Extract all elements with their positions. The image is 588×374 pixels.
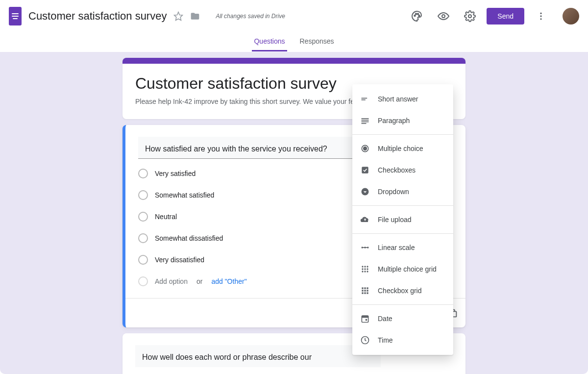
option-label[interactable]: Very satisfied [155, 170, 196, 177]
tabs: Questions Responses [0, 32, 588, 52]
svg-rect-47 [366, 319, 367, 321]
svg-rect-15 [362, 118, 369, 119]
question-title-input[interactable]: How well does each word or phrase descri… [135, 345, 381, 367]
forms-logo-icon[interactable] [9, 7, 22, 25]
checkbox-icon [360, 165, 370, 175]
grid-dots-icon [360, 264, 370, 274]
form-canvas: Customer satisfaction survey Please help… [0, 52, 588, 374]
palette-icon[interactable] [407, 6, 427, 26]
svg-point-9 [540, 18, 541, 20]
menu-divider [352, 205, 453, 206]
calendar-icon [360, 314, 370, 324]
svg-point-5 [442, 15, 445, 18]
radio-icon [138, 233, 148, 243]
svg-rect-13 [362, 98, 368, 99]
svg-point-34 [364, 271, 366, 272]
svg-rect-26 [362, 247, 368, 248]
add-option-button[interactable]: Add option [155, 277, 188, 285]
grid-squares-icon [360, 286, 370, 296]
svg-point-8 [540, 15, 541, 17]
settings-icon[interactable] [460, 6, 480, 26]
menu-divider [352, 304, 453, 305]
svg-point-20 [364, 147, 367, 150]
svg-point-29 [367, 266, 368, 267]
svg-point-35 [367, 271, 368, 272]
svg-rect-43 [364, 292, 366, 294]
svg-rect-14 [362, 100, 366, 100]
svg-point-30 [362, 268, 363, 270]
folder-icon[interactable] [190, 11, 200, 21]
avatar[interactable] [563, 8, 579, 25]
svg-rect-36 [362, 287, 363, 289]
more-icon[interactable] [531, 6, 551, 26]
radio-icon [138, 190, 148, 200]
radio-icon [138, 255, 148, 265]
svg-rect-44 [367, 292, 368, 294]
svg-rect-42 [362, 292, 363, 294]
svg-point-1 [415, 15, 416, 16]
radio-icon [360, 144, 370, 153]
dropdown-icon [360, 187, 370, 197]
svg-rect-21 [362, 167, 368, 173]
svg-marker-0 [174, 12, 183, 21]
radio-icon [138, 169, 148, 178]
option-label[interactable]: Neutral [155, 213, 177, 221]
tab-questions[interactable]: Questions [252, 32, 287, 51]
svg-point-33 [362, 271, 363, 272]
svg-rect-16 [362, 120, 369, 121]
menu-item-mc-grid[interactable]: Multiple choice grid [352, 258, 453, 280]
tab-responses[interactable]: Responses [298, 32, 336, 51]
menu-item-file-upload[interactable]: File upload [352, 209, 453, 230]
menu-divider [352, 134, 453, 135]
menu-item-dropdown[interactable]: Dropdown [352, 181, 453, 202]
short-answer-icon [360, 94, 370, 104]
svg-point-6 [468, 15, 471, 18]
svg-rect-38 [367, 287, 368, 289]
linear-scale-icon [360, 243, 370, 252]
menu-divider [352, 233, 453, 234]
svg-point-31 [364, 268, 366, 270]
svg-rect-46 [362, 316, 368, 318]
top-bar: Customer satisfaction survey All changes… [0, 0, 588, 32]
star-icon[interactable] [173, 11, 183, 21]
menu-item-linear-scale[interactable]: Linear scale [352, 237, 453, 258]
menu-item-paragraph[interactable]: Paragraph [352, 110, 453, 131]
menu-item-multiple-choice[interactable]: Multiple choice [352, 138, 453, 159]
radio-icon [138, 212, 148, 222]
svg-point-7 [540, 13, 541, 14]
svg-point-3 [417, 13, 418, 14]
option-label[interactable]: Somewhat satisfied [155, 191, 214, 199]
add-other-button[interactable]: add "Other" [211, 277, 246, 285]
clock-icon [360, 335, 370, 345]
svg-rect-17 [362, 122, 369, 123]
svg-point-2 [416, 13, 416, 14]
svg-rect-37 [364, 287, 366, 289]
question-type-menu: Short answer Paragraph Multiple choice C… [352, 84, 453, 355]
svg-point-28 [364, 266, 366, 267]
svg-rect-39 [362, 290, 363, 291]
svg-rect-18 [362, 123, 367, 124]
cloud-upload-icon [360, 215, 370, 224]
svg-point-27 [362, 266, 363, 267]
svg-rect-41 [367, 290, 368, 291]
menu-item-time[interactable]: Time [352, 329, 453, 351]
document-title[interactable]: Customer satisfaction survey [28, 10, 167, 23]
menu-item-checkboxes[interactable]: Checkboxes [352, 159, 453, 181]
option-label[interactable]: Very dissatisfied [155, 256, 204, 264]
menu-item-short-answer[interactable]: Short answer [352, 88, 453, 110]
svg-point-4 [419, 15, 420, 16]
paragraph-icon [360, 116, 370, 125]
app-frame: { "header": { "doc_title": "Customer sat… [0, 0, 588, 374]
menu-item-checkbox-grid[interactable]: Checkbox grid [352, 280, 453, 301]
radio-icon [138, 276, 148, 286]
option-label[interactable]: Somewhat dissatisfied [155, 234, 223, 242]
svg-point-32 [367, 268, 368, 270]
menu-item-date[interactable]: Date [352, 308, 453, 329]
send-button[interactable]: Send [487, 8, 524, 25]
or-text: or [196, 277, 202, 285]
preview-icon[interactable] [434, 6, 453, 26]
save-status: All changes saved in Drive [216, 13, 285, 20]
svg-rect-40 [364, 290, 366, 291]
